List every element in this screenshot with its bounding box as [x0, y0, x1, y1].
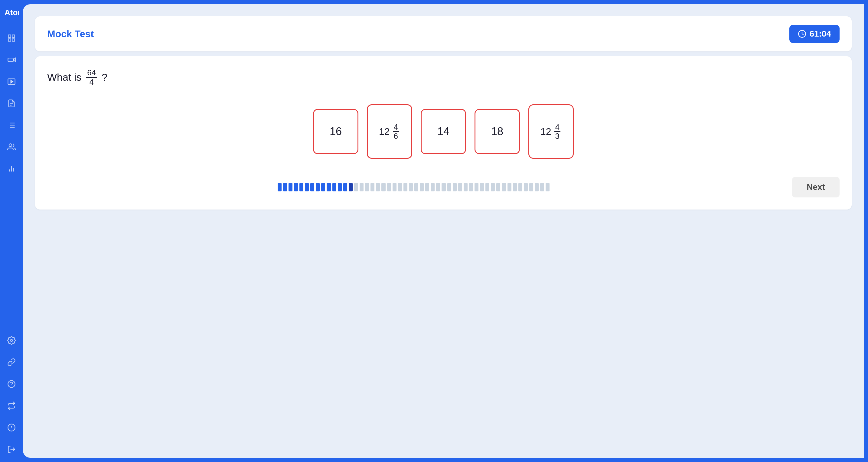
progress-segment-filled	[343, 183, 347, 191]
progress-bar	[278, 183, 550, 191]
question-text: What is 64 4 ?	[47, 68, 840, 86]
help-icon	[7, 380, 16, 388]
progress-segment-empty	[393, 183, 397, 191]
progress-segment-empty	[376, 183, 380, 191]
sidebar-item-video[interactable]	[5, 53, 18, 66]
answer-b-fraction: 4 6	[393, 123, 399, 141]
progress-segment-empty	[381, 183, 385, 191]
progress-segment-filled	[278, 183, 282, 191]
question-fraction: 64 4	[85, 68, 98, 86]
svg-text:Atom: Atom	[4, 8, 19, 17]
document-icon	[7, 99, 16, 107]
sidebar-item-document[interactable]	[5, 97, 18, 110]
video-icon	[7, 56, 16, 64]
sidebar-item-transfer[interactable]	[5, 399, 18, 412]
svg-marker-8	[11, 80, 13, 83]
progress-segment-empty	[425, 183, 429, 191]
progress-segment-empty	[469, 183, 473, 191]
progress-segment-empty	[507, 183, 512, 191]
progress-segment-filled	[327, 183, 331, 191]
mock-test-header-card: Mock Test 61:04	[35, 16, 852, 52]
main-content: Mock Test 61:04 What is 64 4 ? 16	[23, 4, 864, 458]
mock-test-title: Mock Test	[47, 28, 94, 40]
svg-point-17	[9, 144, 12, 147]
svg-rect-3	[8, 39, 11, 41]
answer-option-b[interactable]: 12 4 6	[367, 104, 412, 159]
progress-segment-filled	[316, 183, 320, 191]
question-card: What is 64 4 ? 16 12 4 6	[35, 56, 852, 210]
answer-option-a[interactable]: 16	[313, 109, 359, 154]
progress-segment-empty	[524, 183, 528, 191]
sidebar-item-link[interactable]	[5, 356, 18, 369]
progress-segment-filled	[338, 183, 342, 191]
progress-segment-filled	[283, 183, 287, 191]
progress-segment-empty	[491, 183, 495, 191]
next-button[interactable]: Next	[792, 177, 840, 197]
grid-icon	[7, 34, 16, 42]
fraction-numerator: 64	[86, 68, 97, 78]
progress-segment-empty	[409, 183, 413, 191]
transfer-icon	[7, 402, 16, 410]
progress-segment-empty	[398, 183, 402, 191]
progress-segment-empty	[486, 183, 489, 191]
progress-segment-filled	[321, 183, 325, 191]
progress-segment-empty	[354, 183, 358, 191]
sidebar: Atom	[0, 0, 23, 462]
progress-segment-empty	[546, 183, 550, 191]
answer-option-e[interactable]: 12 4 3	[528, 104, 574, 159]
sidebar-item-chart[interactable]	[5, 162, 18, 175]
link-icon	[7, 358, 16, 366]
svg-rect-5	[8, 58, 13, 62]
progress-segment-filled	[305, 183, 309, 191]
answer-e-label: 12 4 3	[540, 123, 562, 141]
svg-rect-4	[12, 39, 14, 41]
progress-segment-empty	[529, 183, 533, 191]
svg-point-21	[10, 340, 13, 342]
sidebar-item-play[interactable]	[5, 75, 18, 88]
answer-option-d[interactable]: 18	[474, 109, 520, 154]
progress-segment-filled	[294, 183, 298, 191]
question-suffix: ?	[102, 71, 107, 83]
answer-b-label: 12 4 6	[379, 123, 400, 141]
timer-value: 61:04	[809, 29, 831, 39]
answers-row: 16 12 4 6 14 18	[47, 104, 840, 159]
progress-segment-empty	[540, 183, 544, 191]
answer-option-c[interactable]: 14	[421, 109, 466, 154]
alert-icon	[7, 423, 16, 432]
sidebar-item-logout[interactable]	[5, 443, 18, 456]
app-logo: Atom	[4, 6, 19, 19]
progress-segment-empty	[371, 183, 374, 191]
sidebar-item-users[interactable]	[5, 140, 18, 154]
progress-segment-empty	[513, 183, 517, 191]
answer-c-label: 14	[437, 125, 450, 138]
progress-segment-empty	[496, 183, 500, 191]
progress-segment-empty	[420, 183, 424, 191]
question-fraction-display: 64 4	[86, 68, 97, 86]
progress-segment-empty	[436, 183, 440, 191]
question-prefix: What is	[47, 71, 81, 83]
chart-icon	[7, 164, 16, 173]
progress-segment-empty	[464, 183, 468, 191]
svg-rect-1	[8, 35, 11, 37]
progress-segment-filled	[332, 183, 336, 191]
answer-d-label: 18	[491, 125, 503, 138]
answer-e-fraction: 4 3	[554, 123, 560, 141]
progress-segment-empty	[441, 183, 445, 191]
sidebar-bottom-nav	[5, 334, 18, 456]
sidebar-item-settings[interactable]	[5, 334, 18, 347]
play-icon	[7, 78, 16, 86]
progress-segment-empty	[518, 183, 522, 191]
fraction-denominator: 4	[89, 78, 95, 87]
progress-segment-empty	[480, 183, 484, 191]
users-icon	[7, 143, 16, 151]
sidebar-item-alert[interactable]	[5, 421, 18, 434]
progress-segment-filled	[310, 183, 314, 191]
progress-segment-empty	[387, 183, 391, 191]
sidebar-item-grid[interactable]	[5, 31, 18, 45]
sidebar-item-help[interactable]	[5, 377, 18, 391]
progress-segment-empty	[458, 183, 462, 191]
sidebar-nav	[5, 31, 18, 334]
svg-rect-2	[12, 35, 14, 37]
sidebar-item-list[interactable]	[5, 119, 18, 132]
progress-segment-empty	[365, 183, 369, 191]
